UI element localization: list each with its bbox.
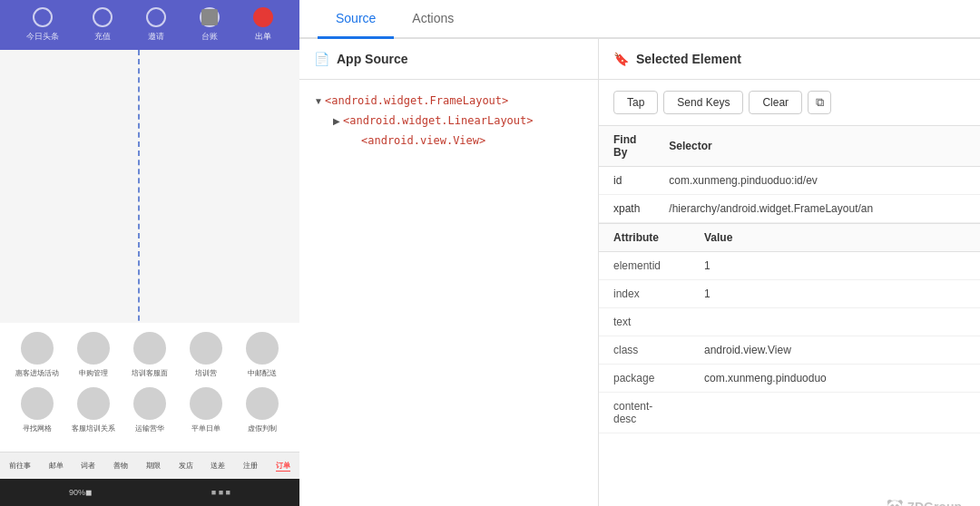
status-text-0: 前往事 — [9, 461, 31, 471]
element-header: 🔖 Selected Element — [599, 39, 980, 80]
grid-icon-2 — [133, 332, 166, 365]
bottom-signal: 90%◼ — [69, 488, 92, 497]
selector-section: Find By Selector id com.xunmeng.pinduodu… — [599, 126, 980, 223]
source-tree: ▼ <android.widget.FrameLayout> ▶ <androi… — [299, 80, 598, 506]
grid-icon-4 — [246, 332, 279, 365]
grid-item-5: 寻找网格 — [13, 387, 63, 433]
attr-val-package: com.xunmeng.pinduoduo — [690, 365, 980, 393]
nav-circle-3 — [200, 7, 220, 27]
find-by-header: Find By — [599, 126, 654, 167]
watermark-text: 7DGroup — [907, 500, 962, 507]
attr-row-index: index 1 — [599, 280, 980, 308]
status-text-5: 发店 — [179, 461, 193, 471]
source-header: 📄 App Source — [299, 39, 598, 80]
attr-row-package: package com.xunmeng.pinduoduo — [599, 365, 980, 393]
copy-icon-glyph: ⧉ — [816, 95, 824, 110]
tap-button[interactable]: Tap — [613, 91, 658, 114]
nav-circle-4 — [253, 7, 273, 27]
grid-icon-8 — [190, 387, 222, 420]
tree-item-2[interactable]: <android.view.View> — [343, 131, 591, 151]
nav-circle-2 — [146, 7, 166, 27]
phone-screen: 今日头条 充值 邀请 台账 出单 — [0, 0, 299, 506]
attr-row-text: text — [599, 308, 980, 336]
attr-val-index: 1 — [690, 280, 980, 308]
grid-row-1: 惠客进场活动 申购管理 培训客服面 培训营 中邮配送 — [9, 332, 290, 378]
attr-key-elementid: elementid — [599, 252, 690, 280]
attr-key-index: index — [599, 280, 690, 308]
clear-button[interactable]: Clear — [749, 91, 802, 114]
tree-item-0[interactable]: ▼ <android.widget.FrameLayout> — [307, 91, 591, 111]
attr-key-content-desc: content-desc — [599, 393, 690, 433]
phone-grid: 惠客进场活动 申购管理 培训客服面 培训营 中邮配送 — [0, 323, 299, 452]
grid-label-4: 中邮配送 — [248, 368, 277, 378]
grid-label-0: 惠客进场活动 — [15, 368, 59, 378]
tree-label-2: <android.view.View> — [361, 134, 485, 147]
grid-item-6: 客服培训关系 — [69, 387, 119, 433]
nav-item-4: 出单 — [253, 7, 273, 43]
grid-item-1: 申购管理 — [69, 332, 119, 378]
selector-table: Find By Selector id com.xunmeng.pinduodu… — [599, 126, 980, 223]
status-text-7: 注册 — [243, 461, 258, 471]
element-actions: Tap Send Keys Clear ⧉ — [599, 80, 980, 126]
selector-row-id: id com.xunmeng.pinduoduo:id/ev — [599, 167, 980, 195]
file-icon: 📄 — [314, 52, 329, 66]
grid-icon-9 — [246, 387, 279, 420]
status-text-1: 邮单 — [49, 461, 64, 471]
nav-item-3: 台账 — [200, 7, 220, 43]
watermark-icon: 🐼 — [886, 498, 904, 506]
tree-label-1: <android.widget.LinearLayout> — [343, 114, 534, 127]
grid-item-0: 惠客进场活动 — [13, 332, 63, 378]
phone-panel: 今日头条 充值 邀请 台账 出单 — [0, 0, 299, 506]
attr-row-class: class android.view.View — [599, 336, 980, 365]
nav-item-0: 今日头条 — [26, 7, 59, 43]
phone-bottom-bar: 90%◼ ■ ■ ■ — [0, 479, 299, 506]
tree-item-1[interactable]: ▶ <android.widget.LinearLayout> — [325, 111, 591, 131]
status-text-3: 善物 — [113, 461, 128, 471]
attr-val-class: android.view.View — [690, 336, 980, 365]
selector-value-id: com.xunmeng.pinduoduo:id/ev — [654, 167, 980, 195]
status-text-6: 送差 — [211, 461, 225, 471]
content-area: 📄 App Source ▼ <android.widget.FrameLayo… — [299, 39, 980, 506]
grid-icon-7 — [133, 387, 166, 420]
tab-actions[interactable]: Actions — [394, 0, 472, 39]
nav-label-4: 出单 — [255, 31, 271, 43]
copy-icon[interactable]: ⧉ — [808, 91, 831, 114]
grid-label-2: 培训客服面 — [132, 368, 168, 378]
grid-icon-0 — [21, 332, 54, 365]
grid-item-9: 虚假判制 — [238, 387, 288, 433]
nav-item-2: 邀请 — [146, 7, 166, 43]
nav-label-2: 邀请 — [148, 31, 164, 43]
attr-section: Attribute Value elementid 1 index 1 — [599, 223, 980, 506]
nav-label-3: 台账 — [201, 31, 218, 43]
selector-value-xpath: /hierarchy/android.widget.FrameLayout/an — [654, 195, 980, 223]
attr-col1-header: Attribute — [599, 224, 690, 252]
grid-label-1: 申购管理 — [79, 368, 108, 378]
selected-element-title: Selected Element — [636, 52, 741, 66]
grid-item-3: 培训营 — [181, 332, 231, 378]
grid-label-6: 客服培训关系 — [72, 423, 115, 433]
tree-label-0: <android.widget.FrameLayout> — [325, 94, 508, 107]
send-keys-button[interactable]: Send Keys — [663, 91, 743, 114]
app-source-title: App Source — [337, 52, 408, 66]
grid-item-2: 培训客服面 — [125, 332, 175, 378]
nav-label-0: 今日头条 — [26, 31, 59, 43]
grid-label-5: 寻找网格 — [23, 423, 52, 433]
grid-label-7: 运输营华 — [135, 423, 164, 433]
selector-header: Selector — [654, 126, 980, 167]
status-text-4: 期限 — [146, 461, 161, 471]
tree-toggle-0: ▼ — [312, 94, 325, 107]
phone-status-bar: 前往事 邮单 词者 善物 期限 发店 送差 注册 订单 — [0, 452, 299, 479]
attr-key-text: text — [599, 308, 690, 336]
attr-key-class: class — [599, 336, 690, 365]
source-panel: 📄 App Source ▼ <android.widget.FrameLayo… — [299, 39, 599, 506]
grid-icon-5 — [21, 387, 54, 420]
attr-val-elementid: 1 — [690, 252, 980, 280]
grid-icon-6 — [77, 387, 110, 420]
tree-toggle-2 — [348, 134, 361, 147]
tab-source[interactable]: Source — [318, 0, 394, 39]
attr-val-text — [690, 308, 980, 336]
phone-nav: 今日头条 充值 邀请 台账 出单 — [0, 0, 299, 50]
tabs-bar: Source Actions — [299, 0, 980, 39]
nav-label-1: 充值 — [94, 31, 111, 43]
grid-label-3: 培训营 — [195, 368, 217, 378]
